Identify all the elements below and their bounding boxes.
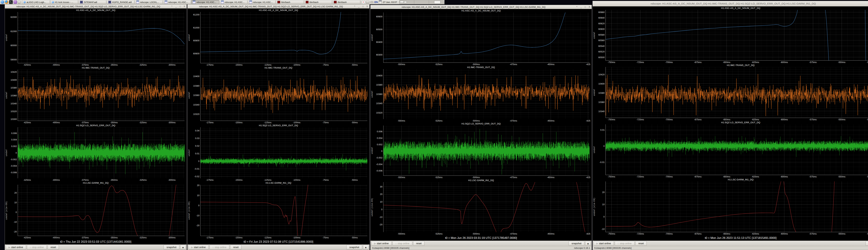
signal-canvas[interactable] — [18, 127, 185, 178]
taskbar-item-3[interactable]: H1IFO_RANGE.adl — [107, 0, 134, 4]
taskbar-item-label: H1IFO_RANGE.adl — [112, 1, 132, 3]
y-tick-label: 60000 — [10, 44, 17, 47]
mascot-icon[interactable] — [13, 0, 17, 4]
taskbar-item-5[interactable]: ndscope: H1:ASC... — [163, 0, 191, 4]
y-tick-label: -0.004 — [10, 164, 17, 167]
signal-canvas[interactable] — [606, 124, 868, 175]
signal-canvas[interactable] — [18, 12, 185, 63]
notification-close-icon[interactable]: x — [362, 1, 365, 4]
stop-online-button[interactable]: □stop online — [210, 245, 229, 249]
x-tick-label: -125ms — [264, 121, 271, 124]
signal-canvas[interactable] — [383, 12, 590, 62]
app-menu-icon[interactable] — [1, 0, 4, 4]
x-tick-row: -425ms-400ms-375ms-350ms-325ms-300ms — [18, 178, 185, 182]
close-button[interactable]: X — [588, 6, 591, 8]
reset-button[interactable]: reset — [413, 241, 425, 246]
window-titlebar[interactable]: ndscope: H1:ASC-AS_A_DC_NSUM_OUT_DQ H1:I… — [187, 4, 369, 8]
snapshot-button[interactable]: snapshot — [568, 241, 584, 246]
x-tick-label: -725ms — [637, 175, 644, 178]
taskbar-item-10[interactable]: /bin/bash — [304, 0, 332, 4]
firefox-icon[interactable] — [5, 0, 8, 4]
snapshot-button[interactable]: snapshot — [346, 245, 362, 249]
x-tick-label: -325ms — [139, 64, 147, 66]
workspace-cell-2[interactable] — [414, 0, 429, 4]
window-buttons: ^_□X — [170, 5, 186, 8]
signal-canvas[interactable] — [200, 127, 367, 178]
expand-button[interactable]: ▲ — [180, 245, 186, 249]
window-icon — [249, 1, 252, 4]
shade-button[interactable]: ^ — [353, 5, 356, 8]
signal-canvas[interactable] — [606, 67, 868, 118]
signal-canvas[interactable] — [383, 126, 590, 176]
workspace-cell-3[interactable] — [429, 0, 443, 4]
signal-canvas[interactable] — [200, 12, 367, 63]
workspace-pager[interactable] — [399, 0, 444, 4]
taskbar-item-8[interactable]: ndscope: H1:ASC... — [248, 0, 276, 4]
plot-area — [18, 12, 185, 63]
close-button[interactable]: X — [366, 5, 368, 8]
shade-button[interactable]: ^ — [576, 6, 578, 8]
workspace-cell-1[interactable] — [399, 0, 414, 4]
snapshot-button[interactable]: snapshot — [163, 245, 179, 249]
window-titlebar[interactable]: ndscope: H1:ASC-AS_A_DC_NSUM_OUT_DQ H1:I… — [5, 4, 187, 8]
printer-launcher-icon[interactable] — [18, 1, 21, 4]
window-titlebar[interactable]: ndscope: H1:ASC-AS_A_DC_NSUM_OUT_DQ H1:I… — [370, 5, 592, 9]
stop-online-button[interactable]: □stop online — [615, 241, 634, 246]
taskbar-item-2[interactable]: SITEMAP.adl — [79, 0, 106, 4]
x-tick-label: -100ms — [293, 179, 300, 181]
signal-canvas[interactable] — [200, 70, 367, 121]
signal-canvas[interactable] — [383, 69, 590, 119]
x-tick-label: -625ms — [751, 118, 759, 121]
taskbar-item-11[interactable]: /bin/bash — [333, 0, 360, 4]
maximize-button[interactable]: □ — [362, 5, 364, 8]
maximize-button[interactable]: □ — [179, 5, 181, 8]
start-online-button[interactable]: ▷start online — [371, 241, 392, 246]
y-axis-label: undef — [593, 67, 596, 118]
y-axis-label: undef — [593, 124, 596, 175]
signal-canvas[interactable] — [18, 185, 185, 236]
x-tick-label: -375ms — [81, 179, 89, 181]
y-tick-label: 60620 — [598, 22, 604, 25]
expand-button[interactable]: ▲ — [363, 245, 369, 249]
signal-canvas[interactable] — [200, 185, 367, 236]
close-button[interactable]: X — [183, 5, 186, 8]
expand-button[interactable]: ▲ — [585, 241, 591, 246]
reset-button[interactable]: reset — [636, 241, 647, 246]
x-tick-label: -150ms — [235, 236, 243, 239]
signal-canvas[interactable] — [606, 181, 868, 232]
start-online-button[interactable]: ▷start online — [6, 245, 26, 249]
x-tick-label: -425ms — [24, 179, 31, 181]
minimize-button[interactable]: _ — [175, 5, 177, 8]
snapshot-button[interactable]: snapshot — [866, 241, 868, 246]
signal-canvas[interactable] — [18, 70, 185, 121]
keyboard-tool-icon[interactable] — [370, 1, 373, 3]
taskbar-item-6[interactable]: ndscope: H1:ASC... — [191, 0, 219, 4]
reset-button[interactable]: reset — [48, 245, 59, 249]
stop-online-button[interactable]: □stop online — [27, 245, 47, 249]
taskbar-clock[interactable]: 27 Jun, 03:07 — [383, 1, 397, 3]
taskbar-item-4[interactable]: ndscope: LOCKL... — [135, 0, 163, 4]
terminal-launcher-icon[interactable]: >_ — [9, 0, 13, 4]
x-tick-label: -175ms — [206, 64, 214, 66]
ndscope-window-3: ndscope: H1:ASC-AS_A_DC_NSUM_OUT_DQ H1:I… — [370, 5, 592, 250]
taskbar-item-7[interactable]: ndscope: H1:ASC... — [220, 0, 247, 4]
minimize-button[interactable]: _ — [358, 5, 360, 8]
signal-canvas[interactable] — [383, 182, 590, 232]
y-tick-column: -0.006-0.004-0.00200.0020.0040.006 — [8, 127, 18, 179]
printer-tray-icon[interactable] — [366, 1, 369, 3]
stop-online-button[interactable]: □stop online — [393, 241, 412, 246]
shade-button[interactable]: ^ — [170, 5, 173, 8]
x-tick-label: -375ms — [81, 64, 89, 66]
start-online-button[interactable]: ▷start online — [593, 241, 614, 246]
taskbar-item-0[interactable]: aLIGO LHO Logb... — [22, 0, 50, 4]
keyboard-layout-indicator[interactable]: EN — [374, 1, 378, 3]
minimize-button[interactable]: _ — [580, 6, 582, 8]
y-tick-label: 0 — [603, 145, 604, 147]
taskbar-item-1[interactable]: H1 lock losses - ... — [50, 0, 78, 4]
window-titlebar[interactable]: ndscope: H1:ASC-AS_A_DC_NSUM_OUT_DQ H1:I… — [593, 1, 868, 6]
reset-button[interactable]: reset — [230, 245, 242, 249]
signal-canvas[interactable] — [606, 10, 868, 60]
start-online-button[interactable]: ▷start online — [188, 245, 209, 249]
taskbar-item-9[interactable]: /bin/bash — [276, 0, 304, 4]
maximize-button[interactable]: □ — [584, 6, 586, 8]
